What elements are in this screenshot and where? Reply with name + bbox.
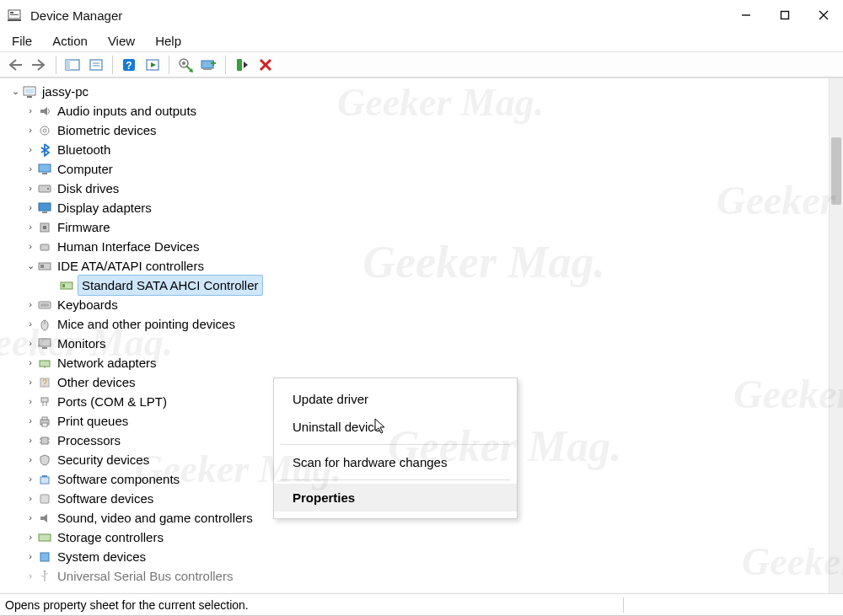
tree-label: Audio inputs and outputs: [57, 101, 196, 121]
tree-node[interactable]: ›Human Interface Devices: [8, 237, 829, 256]
toolbar-back-button[interactable]: [5, 55, 27, 75]
chevron-right-icon[interactable]: ›: [24, 469, 37, 489]
chevron-down-icon[interactable]: ⌄: [24, 256, 37, 276]
chevron-right-icon[interactable]: ›: [24, 547, 37, 566]
chevron-right-icon[interactable]: ›: [24, 450, 37, 469]
svg-rect-36: [39, 203, 51, 211]
chevron-right-icon[interactable]: ›: [24, 295, 37, 314]
tree-label: Display adapters: [57, 198, 152, 217]
chevron-right-icon[interactable]: ›: [24, 372, 37, 392]
ctx-scan-hardware[interactable]: Scan for hardware changes: [274, 448, 517, 476]
chevron-right-icon[interactable]: ›: [24, 566, 37, 586]
chevron-right-icon[interactable]: ›: [24, 179, 37, 198]
tree-node[interactable]: ›Mice and other pointing devices: [8, 314, 829, 334]
chevron-right-icon[interactable]: ›: [24, 431, 37, 450]
chevron-down-icon[interactable]: ⌄: [8, 82, 22, 101]
toolbar-update-button[interactable]: [175, 55, 196, 75]
tree-node[interactable]: ›Biometric devices: [8, 121, 829, 140]
tree-node[interactable]: ›System devices: [8, 547, 829, 566]
toolbar-enable-button[interactable]: [231, 55, 253, 75]
svg-rect-21: [203, 68, 212, 70]
toolbar-properties-button[interactable]: [85, 55, 107, 75]
svg-rect-27: [25, 88, 34, 94]
svg-rect-71: [39, 534, 51, 541]
svg-rect-37: [42, 212, 47, 213]
chevron-right-icon[interactable]: ›: [24, 334, 37, 353]
audio-icon: [37, 104, 52, 119]
toolbar-forward-button[interactable]: [29, 55, 51, 75]
svg-rect-52: [40, 361, 50, 367]
chevron-right-icon[interactable]: ›: [24, 411, 37, 431]
svg-rect-5: [781, 12, 789, 19]
ctx-update-driver[interactable]: Update driver: [274, 385, 517, 413]
ctx-properties[interactable]: Properties: [274, 484, 517, 512]
titlebar: Device Manager: [0, 0, 843, 30]
tree-node[interactable]: ›Keyboards: [8, 295, 829, 314]
chevron-right-icon[interactable]: ›: [24, 217, 37, 237]
network-icon: [37, 356, 52, 371]
vertical-scrollbar[interactable]: [829, 78, 843, 593]
svg-rect-69: [40, 495, 49, 503]
tree-label: Bluetooth: [57, 140, 110, 159]
toolbar-scan-button[interactable]: [198, 55, 220, 75]
chevron-right-icon[interactable]: ›: [24, 159, 37, 179]
toolbar-separator: [56, 56, 56, 74]
svg-rect-40: [40, 244, 49, 250]
close-button[interactable]: [804, 0, 843, 30]
chevron-right-icon[interactable]: ›: [24, 353, 37, 372]
tree-label: Security devices: [57, 450, 149, 469]
chevron-right-icon[interactable]: ›: [24, 392, 37, 411]
processor-icon: [37, 433, 52, 448]
toolbar-show-hide-button[interactable]: [62, 55, 83, 75]
chevron-right-icon[interactable]: ›: [24, 198, 37, 217]
chevron-right-icon[interactable]: ›: [24, 140, 37, 159]
menu-action[interactable]: Action: [52, 34, 88, 48]
tree-node[interactable]: ›Computer: [8, 159, 829, 179]
tree-label: Software components: [57, 469, 180, 489]
chevron-right-icon[interactable]: ›: [24, 314, 37, 334]
chevron-right-icon[interactable]: ›: [24, 101, 37, 121]
tree-node[interactable]: ›Universal Serial Bus controllers: [8, 566, 829, 586]
scroll-thumb[interactable]: [831, 137, 841, 205]
svg-rect-60: [42, 417, 47, 420]
tree-node[interactable]: ›Network adapters: [8, 353, 829, 372]
svg-marker-70: [40, 514, 47, 522]
tree-label: Print queues: [57, 411, 128, 431]
svg-text:?: ?: [126, 60, 132, 72]
maximize-button[interactable]: [765, 0, 804, 30]
toolbar-action-button[interactable]: [142, 55, 164, 75]
tree-node[interactable]: ›Display adapters: [8, 198, 829, 217]
menu-help[interactable]: Help: [155, 34, 181, 48]
toolbar-uninstall-button[interactable]: [255, 55, 277, 75]
menu-view[interactable]: View: [108, 34, 135, 48]
ctx-uninstall-device[interactable]: Uninstall device: [274, 413, 517, 441]
chevron-right-icon[interactable]: ›: [24, 508, 37, 528]
chevron-right-icon[interactable]: ›: [24, 237, 37, 256]
menu-file[interactable]: File: [12, 34, 32, 48]
chevron-right-icon[interactable]: ›: [24, 121, 37, 140]
keyboard-icon: [37, 297, 52, 313]
svg-rect-9: [66, 60, 70, 70]
tree-node-expanded[interactable]: ⌄IDE ATA/ATAPI controllers: [8, 256, 829, 276]
svg-rect-61: [42, 423, 47, 426]
tree-root[interactable]: ⌄ jassy-pc: [8, 82, 829, 101]
svg-rect-22: [237, 59, 242, 71]
minimize-button[interactable]: [727, 0, 765, 30]
toolbar-help-button[interactable]: ?: [118, 55, 140, 75]
chevron-right-icon[interactable]: ›: [24, 489, 37, 508]
ide-icon: [37, 259, 52, 274]
tree-child-selected[interactable]: Standard SATA AHCI Controller: [8, 276, 829, 295]
chevron-right-icon[interactable]: ›: [24, 528, 37, 547]
toolbar-separator: [225, 56, 226, 74]
tree-node[interactable]: ›Storage controllers: [8, 528, 829, 547]
svg-rect-44: [62, 284, 65, 287]
tree-node[interactable]: ›Bluetooth: [8, 140, 829, 159]
tree-node[interactable]: ›Monitors: [8, 334, 829, 353]
tree-node[interactable]: ›Firmware: [8, 217, 829, 237]
ports-icon: [37, 394, 52, 410]
svg-text:?: ?: [42, 378, 47, 388]
tree-node[interactable]: ›Audio inputs and outputs: [8, 101, 829, 121]
tree-node[interactable]: ›Disk drives: [8, 179, 829, 198]
window-title: Device Manager: [30, 8, 122, 23]
biometric-icon: [37, 123, 52, 138]
